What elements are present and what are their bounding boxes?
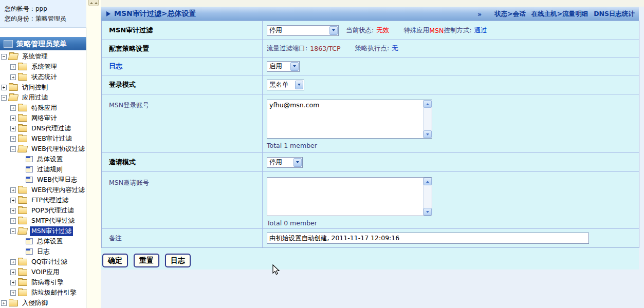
expand-node-icon[interactable] bbox=[10, 116, 16, 121]
tree-item-label[interactable]: 访问控制 bbox=[21, 83, 49, 92]
tree-item-pop3-proxy-filter[interactable]: POP3代理过滤 bbox=[0, 205, 86, 216]
login-accounts-textarea[interactable]: yfhu@msn.com bbox=[267, 100, 423, 138]
tree-item-label[interactable]: 系统管理 bbox=[21, 52, 49, 62]
invite-accounts-textarea[interactable] bbox=[267, 178, 423, 216]
scrollbar[interactable] bbox=[423, 100, 432, 138]
tree-item-msn-general-settings[interactable]: 总体设置 bbox=[0, 236, 86, 246]
tree-item-label[interactable]: WEB代理日志 bbox=[35, 175, 79, 185]
tree-item-label[interactable]: 日志 bbox=[35, 247, 51, 257]
link-status-session[interactable]: 状态>会话 bbox=[494, 10, 525, 18]
tree-item-wppf-filter-rules[interactable]: 过滤规则 bbox=[0, 164, 86, 175]
scroll-up-icon[interactable] bbox=[424, 178, 432, 185]
tree-item-intrusion-prevention[interactable]: 入侵防御 bbox=[0, 298, 86, 308]
collapse-sidebar-button[interactable] bbox=[88, 0, 99, 6]
collapse-node-icon[interactable] bbox=[1, 54, 7, 60]
expand-node-icon[interactable] bbox=[10, 259, 16, 265]
tree-item-label[interactable]: 入侵防御 bbox=[21, 298, 49, 308]
invite-mode-select[interactable]: 停用 bbox=[267, 157, 303, 168]
tree-item-label[interactable]: WEB代理协议过滤 bbox=[30, 144, 86, 154]
tree-item-ftp-proxy-filter[interactable]: FTP代理过滤 bbox=[0, 195, 86, 205]
remark-input[interactable] bbox=[267, 233, 589, 244]
tree-item-special-applications[interactable]: 特殊应用 bbox=[0, 103, 86, 113]
tree-item-label[interactable]: WEB代理内容过滤 bbox=[30, 185, 86, 195]
tree-item-antispam-engine[interactable]: 防垃圾邮件引擎 bbox=[0, 287, 86, 298]
log-label-link[interactable]: 日志 bbox=[109, 62, 122, 71]
confirm-button[interactable]: 确定 bbox=[102, 254, 128, 267]
tree-item-antivirus-engine[interactable]: 防病毒引擎 bbox=[0, 277, 86, 287]
expand-node-icon[interactable] bbox=[10, 280, 16, 285]
tree-item-label[interactable]: 特殊应用 bbox=[30, 103, 59, 113]
expand-node-icon[interactable] bbox=[10, 208, 16, 214]
tree-item-web-proxy-log[interactable]: WEB代理日志 bbox=[0, 175, 86, 185]
tree-item-label-selected[interactable]: MSN审计过滤 bbox=[30, 226, 73, 236]
tree-item-access-control[interactable]: 访问控制 bbox=[0, 82, 86, 92]
login-mode-select[interactable]: 黑名单 bbox=[267, 80, 304, 90]
scrollbar[interactable] bbox=[423, 178, 432, 216]
link-online-hosts-traffic[interactable]: 在线主机>流量明细 bbox=[531, 10, 588, 18]
tree-item-qq-audit-filter[interactable]: QQ审计过滤 bbox=[0, 257, 86, 267]
tree-item-label[interactable]: FTP代理过滤 bbox=[30, 196, 70, 205]
tree-item-application-filter[interactable]: 应用过滤 bbox=[0, 92, 86, 103]
tree-item-voip-application[interactable]: VOIP应用 bbox=[0, 267, 86, 277]
tree-item-system-management-sub[interactable]: 系统管理 bbox=[0, 62, 86, 72]
tree-item-web-proxy-content-filter[interactable]: WEB代理内容过滤 bbox=[0, 185, 86, 195]
tree-item-label[interactable]: 网络审计 bbox=[30, 113, 59, 123]
tree-item-dns-proxy-filter[interactable]: DNS代理过滤 bbox=[0, 123, 86, 133]
tree-item-web-proxy-protocol-filter[interactable]: WEB代理协议过滤 bbox=[0, 144, 86, 154]
expand-node-icon[interactable] bbox=[10, 187, 16, 193]
tree-item-label[interactable]: POP3代理过滤 bbox=[30, 206, 76, 216]
collapse-node-icon[interactable] bbox=[1, 95, 7, 101]
control-mode-link[interactable]: 通过 bbox=[474, 26, 487, 35]
expand-node-icon[interactable] bbox=[10, 74, 16, 80]
chevron-down-icon[interactable] bbox=[295, 81, 303, 89]
scroll-up-icon[interactable] bbox=[424, 100, 432, 108]
tree-item-label[interactable]: 防垃圾邮件引擎 bbox=[30, 288, 78, 298]
tree-item-label[interactable]: 总体设置 bbox=[35, 237, 64, 246]
tree-item-label[interactable]: 防病毒引擎 bbox=[30, 278, 65, 287]
expand-node-icon[interactable] bbox=[1, 300, 7, 306]
collapse-node-icon[interactable] bbox=[10, 146, 16, 152]
chevron-down-icon[interactable] bbox=[293, 158, 302, 167]
tree-item-network-audit[interactable]: 网络审计 bbox=[0, 113, 86, 123]
expand-node-icon[interactable] bbox=[10, 270, 16, 275]
scroll-down-icon[interactable] bbox=[424, 130, 432, 138]
folder-icon bbox=[17, 146, 28, 152]
scroll-down-icon[interactable] bbox=[424, 208, 432, 216]
tree-item-label[interactable]: SMTP代理过滤 bbox=[30, 216, 76, 226]
expand-node-icon[interactable] bbox=[10, 198, 16, 203]
expand-node-icon[interactable] bbox=[10, 126, 16, 131]
expand-node-icon[interactable] bbox=[1, 85, 7, 90]
tree-item-web-audit-filter[interactable]: WEB审计过滤 bbox=[0, 133, 86, 144]
expand-node-icon[interactable] bbox=[10, 290, 16, 296]
msn-audit-select[interactable]: 停用 bbox=[267, 25, 339, 36]
tree-item-label[interactable]: 应用过滤 bbox=[21, 93, 49, 103]
tree-item-label[interactable]: QQ审计过滤 bbox=[30, 257, 69, 267]
exec-point-link[interactable]: 无 bbox=[392, 44, 398, 53]
expand-node-icon[interactable] bbox=[10, 105, 16, 111]
tree-item-label[interactable]: 状态统计 bbox=[30, 72, 59, 82]
expand-node-icon[interactable] bbox=[10, 64, 16, 70]
tree-item-label[interactable]: DNS代理过滤 bbox=[30, 124, 72, 133]
log-select[interactable]: 启用 bbox=[267, 61, 300, 72]
tree-item-label[interactable]: 总体设置 bbox=[35, 155, 64, 164]
tree-item-system-management[interactable]: 系统管理 bbox=[0, 51, 86, 62]
tree-item-msn-audit-filter[interactable]: MSN审计过滤 bbox=[0, 226, 86, 236]
tree-item-label[interactable]: 系统管理 bbox=[30, 62, 59, 72]
folder-icon bbox=[8, 53, 19, 60]
link-dns-log-stats[interactable]: DNS日志统计 bbox=[594, 10, 635, 18]
expand-node-icon[interactable] bbox=[10, 136, 16, 142]
tree-item-smtp-proxy-filter[interactable]: SMTP代理过滤 bbox=[0, 216, 86, 226]
tree-item-label[interactable]: 过滤规则 bbox=[35, 165, 64, 175]
tree-item-msn-log[interactable]: 日志 bbox=[0, 246, 86, 257]
tree-item-label[interactable]: WEB审计过滤 bbox=[30, 134, 73, 144]
tree-item-label[interactable]: VOIP应用 bbox=[30, 267, 61, 277]
chevron-down-icon[interactable] bbox=[329, 26, 338, 35]
chevron-down-icon[interactable] bbox=[290, 62, 299, 71]
expand-node-icon[interactable] bbox=[10, 218, 16, 224]
reset-button[interactable]: 重置 bbox=[134, 254, 159, 267]
log-button[interactable]: 日志 bbox=[165, 254, 191, 267]
tree-item-status-statistics[interactable]: 状态统计 bbox=[0, 72, 86, 82]
tree-item-wppf-general-settings[interactable]: 总体设置 bbox=[0, 154, 86, 164]
invite-accounts-box bbox=[267, 177, 432, 216]
collapse-node-icon[interactable] bbox=[10, 228, 16, 234]
